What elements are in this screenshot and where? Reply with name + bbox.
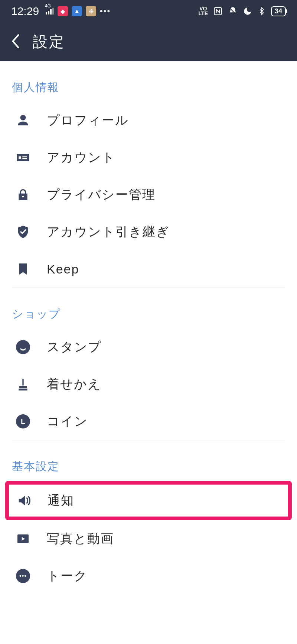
item-label: 写真と動画: [47, 530, 114, 547]
vibrate-icon: [228, 6, 238, 16]
person-icon: [16, 113, 30, 128]
status-time: 12:29: [11, 5, 39, 17]
item-privacy[interactable]: プライバシー管理: [0, 176, 297, 213]
chat-icon: •••: [16, 569, 30, 583]
more-notifications-icon: •••: [100, 6, 111, 16]
app-shortcut-icon: ▲: [72, 6, 82, 16]
svg-rect-9: [19, 389, 27, 391]
app-shortcut-icon: ◆: [58, 6, 68, 16]
back-button[interactable]: [10, 33, 20, 51]
section-personal: 個人情報 プロフィール アカウント プライバシー管理 アカウント引き継ぎ: [0, 61, 297, 288]
item-account[interactable]: アカウント: [0, 139, 297, 176]
item-label: プロフィール: [47, 112, 129, 129]
bookmark-icon: [16, 262, 30, 276]
item-label: スタンプ: [47, 339, 102, 356]
coin-icon: L: [16, 414, 30, 429]
section-title-shop: ショップ: [0, 307, 297, 329]
item-keep[interactable]: Keep: [0, 250, 297, 288]
signal-icon: 4G: [46, 8, 54, 14]
brush-icon: [16, 377, 30, 392]
settings-content: 個人情報 プロフィール アカウント プライバシー管理 アカウント引き継ぎ: [0, 61, 297, 595]
id-card-icon: [16, 150, 30, 165]
item-label: コイン: [47, 413, 88, 430]
svg-rect-5: [22, 158, 27, 159]
shield-check-icon: [16, 224, 30, 239]
svg-point-8: [24, 345, 26, 347]
item-label: アカウント引き継ぎ: [47, 223, 170, 240]
section-basic: 基本設定 通知 写真と動画 ••• トーク: [0, 440, 297, 595]
bluetooth-icon: [258, 6, 266, 16]
section-shop: ショップ スタンプ 着せかえ L コイン: [0, 288, 297, 440]
lock-icon: [16, 187, 30, 202]
svg-point-7: [20, 345, 22, 347]
item-profile[interactable]: プロフィール: [0, 102, 297, 139]
nfc-icon: [213, 6, 223, 16]
svg-point-6: [22, 196, 24, 198]
dnd-moon-icon: [243, 6, 252, 16]
item-talk[interactable]: ••• トーク: [0, 557, 297, 595]
item-label: プライバシー管理: [47, 186, 156, 203]
item-label: トーク: [47, 567, 88, 585]
item-notifications[interactable]: 通知: [9, 485, 288, 517]
status-bar: 12:29 4G ◆ ▲ ❉ ••• VOLTE 34: [0, 0, 297, 22]
app-header: 設定: [0, 22, 297, 61]
page-title: 設定: [33, 32, 65, 52]
highlight-notifications: 通知: [5, 481, 292, 520]
section-title-personal: 個人情報: [0, 80, 297, 102]
item-label: Keep: [47, 262, 79, 276]
item-label: 通知: [48, 492, 74, 509]
speaker-icon: [16, 493, 31, 508]
status-left: 12:29 4G ◆ ▲ ❉ •••: [11, 5, 111, 17]
smile-icon: [16, 340, 30, 355]
item-stamps[interactable]: スタンプ: [0, 329, 297, 366]
svg-rect-2: [17, 154, 29, 161]
svg-rect-4: [22, 156, 27, 158]
item-themes[interactable]: 着せかえ: [0, 366, 297, 403]
status-right: VOLTE 34: [199, 6, 286, 16]
section-title-basic: 基本設定: [0, 459, 297, 481]
item-photos[interactable]: 写真と動画: [0, 520, 297, 557]
battery-icon: 34: [271, 6, 286, 16]
item-label: アカウント: [47, 149, 115, 166]
chevron-left-icon: [10, 33, 20, 49]
play-icon: [16, 531, 30, 546]
item-transfer[interactable]: アカウント引き継ぎ: [0, 213, 297, 250]
item-coins[interactable]: L コイン: [0, 403, 297, 440]
svg-rect-3: [19, 156, 21, 159]
volte-icon: VOLTE: [199, 6, 208, 16]
item-label: 着せかえ: [47, 376, 101, 393]
app-shortcut-icon: ❉: [86, 6, 96, 16]
